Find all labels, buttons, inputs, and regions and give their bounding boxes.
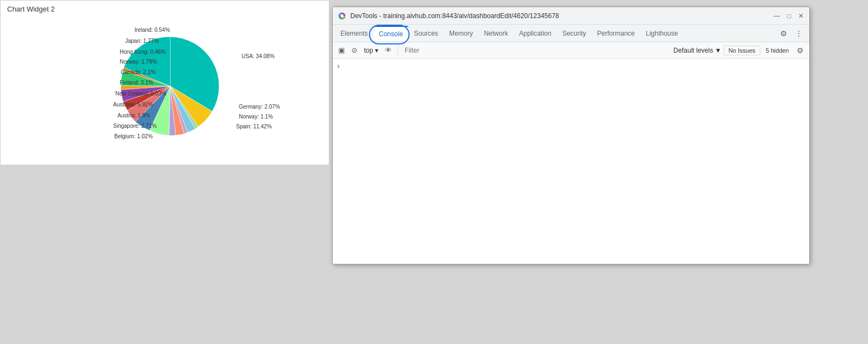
chrome-logo-icon	[337, 11, 347, 21]
label-spain: Spain: 11.42%	[236, 123, 272, 129]
close-button[interactable]: ✕	[797, 12, 805, 20]
tab-console[interactable]: Console	[373, 26, 408, 41]
hidden-count: 5 hidden	[763, 46, 792, 55]
label-belgium: Belgium: 1.02%	[114, 133, 153, 139]
label-finland: Finland: 3.1%	[120, 80, 153, 86]
context-selector[interactable]: top ▾	[362, 46, 380, 55]
tab-elements[interactable]: Elements	[335, 26, 373, 41]
chart-area: Ireland: 0.54% Japan: 1.77% Hong Kong: 0…	[1, 18, 329, 182]
label-norway-right: Norway: 1.1%	[239, 114, 273, 120]
eye-icon[interactable]: 👁	[383, 45, 394, 55]
label-canada: Canada: 2.1%	[121, 69, 155, 75]
devtools-url: DevTools - training.aivhub.com:8443/aiv/…	[350, 12, 770, 20]
settings-icon[interactable]: ⚙	[778, 28, 789, 39]
label-hongkong: Hong Kong: 0.46%	[120, 49, 166, 55]
console-settings-icon[interactable]: ⚙	[794, 45, 806, 56]
label-australia: Australia: 5.92%	[113, 101, 153, 108]
no-issues-badge[interactable]: No Issues	[724, 46, 760, 55]
more-options-icon[interactable]: ⋮	[793, 28, 805, 39]
filter-input[interactable]	[401, 46, 671, 55]
label-japan: Japan: 1.77%	[125, 38, 159, 44]
tab-lighthouse[interactable]: Lighthouse	[640, 26, 684, 41]
page-bg-bottom	[0, 165, 329, 344]
titlebar-controls: — □ ✕	[773, 12, 805, 20]
devtools-titlebar: DevTools - training.aivhub.com:8443/aiv/…	[333, 7, 809, 25]
tab-performance[interactable]: Performance	[592, 26, 641, 41]
label-singapore: Singapore: 2.71%	[113, 123, 157, 129]
label-usa: USA: 34.08%	[242, 53, 275, 59]
default-levels-dropdown[interactable]: Default levels ▼	[674, 47, 721, 54]
label-austria: Austria: 1.9%	[117, 112, 150, 119]
block-icon[interactable]: ⊘	[349, 45, 360, 55]
label-germany: Germany: 2.07%	[239, 104, 280, 110]
top-label: top	[364, 47, 373, 54]
toolbar-separator	[397, 46, 398, 55]
devtools-tab-icons: ⚙ ⋮	[778, 28, 807, 39]
console-toolbar: ▣ ⊘ top ▾ 👁 Default levels ▼ No Issues 5…	[333, 42, 809, 59]
pie-container: Ireland: 0.54% Japan: 1.77% Hong Kong: 0…	[5, 20, 324, 179]
tab-application[interactable]: Application	[513, 26, 557, 41]
devtools-panel: DevTools - training.aivhub.com:8443/aiv/…	[332, 7, 810, 264]
console-content: ›	[333, 59, 809, 264]
tab-sources[interactable]: Sources	[408, 26, 444, 41]
label-ireland: Ireland: 0.54%	[135, 27, 170, 33]
minimize-button[interactable]: —	[773, 12, 781, 20]
panel-icon[interactable]: ▣	[336, 45, 347, 55]
pie-labels: Ireland: 0.54% Japan: 1.77% Hong Kong: 0…	[5, 20, 324, 179]
label-norway-left: Norway: 1.79%	[120, 59, 157, 65]
label-newzealand: New Zealand: 5.03%	[115, 91, 166, 97]
svg-point-2	[340, 14, 343, 17]
tab-memory[interactable]: Memory	[444, 26, 478, 41]
page-title: Chart Widget 2	[1, 1, 329, 18]
devtools-tabs: Elements Console Sources Memory Network …	[333, 25, 809, 42]
dropdown-arrow-icon: ▾	[375, 47, 378, 54]
tab-network[interactable]: Network	[478, 26, 513, 41]
tab-security[interactable]: Security	[557, 26, 591, 41]
maximize-button[interactable]: □	[785, 12, 793, 20]
console-prompt-arrow[interactable]: ›	[337, 61, 340, 70]
